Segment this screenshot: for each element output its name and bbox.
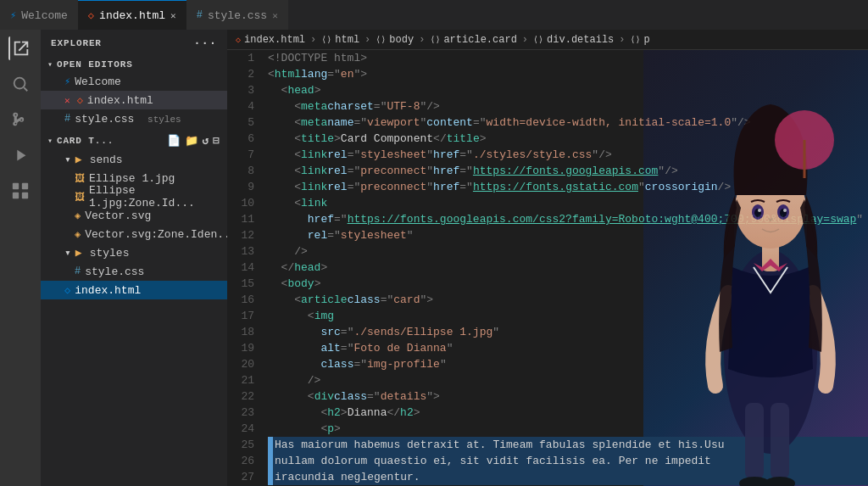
ln-16: 16 — [227, 292, 254, 308]
code-line-21: /> — [268, 372, 868, 388]
tab-style-label: style.css — [208, 9, 267, 22]
code-line-27: iracundia neglegentur. — [268, 469, 868, 485]
ln-1: 1 — [227, 50, 254, 66]
folder-styles[interactable]: ▾ ▶ styles — [41, 243, 227, 262]
ln-9: 9 — [227, 179, 254, 195]
activity-git[interactable] — [8, 108, 32, 131]
code-line-8: <link rel="preconnect" href="https://fon… — [268, 163, 868, 179]
svg-rect-2 — [13, 183, 19, 189]
img-icon-2: 🖼 — [75, 191, 85, 204]
open-editor-style[interactable]: # style.css styles — [41, 109, 227, 128]
style-tab-icon: # — [197, 9, 203, 21]
folder-styles-name: styles — [90, 247, 130, 260]
new-file-icon[interactable]: 📄 — [167, 134, 181, 148]
open-editors-header[interactable]: ▾ Open Editors — [41, 57, 227, 72]
index-close-icon[interactable]: ✕ — [64, 95, 70, 106]
project-label: CARD T... — [57, 136, 114, 146]
code-line-10: <link — [268, 195, 868, 211]
welcome-icon: ⚡ — [64, 75, 70, 88]
svg-icon-1: ◈ — [75, 209, 81, 222]
bc-html-icon: ◇ — [236, 35, 241, 45]
code-line-14: </head> — [268, 260, 868, 276]
ln-17: 17 — [227, 308, 254, 324]
code-line-17: <img — [268, 308, 868, 324]
code-line-23: <h2>Dianna</h2> — [268, 405, 868, 421]
code-line-11: href="https://fonts.googleapis.com/css2?… — [268, 211, 868, 227]
ln-27: 27 — [227, 469, 254, 485]
open-editor-welcome[interactable]: ⚡ Welcome — [41, 72, 227, 91]
folder-sends[interactable]: ▾ ▶ sends — [41, 150, 227, 169]
ln-26: 26 — [227, 453, 254, 469]
code-line-4: <meta charset="UTF-8" /> — [268, 98, 868, 115]
sidebar: Explorer ··· ▾ Open Editors ⚡ Welcome ✕ … — [41, 30, 227, 486]
folder-sends-name: sends — [90, 154, 123, 166]
tab-style-close[interactable]: ✕ — [272, 10, 278, 21]
file-vector-zone[interactable]: ◈ Vector.svg:Zone.Iden... — [41, 225, 227, 243]
bc-html: html — [335, 34, 359, 46]
tab-style[interactable]: # style.css ✕ — [186, 0, 288, 30]
bc-div: div.details — [547, 34, 614, 46]
file-vector-zone-name: Vector.svg:Zone.Iden... — [85, 228, 227, 241]
activity-search[interactable] — [8, 72, 32, 96]
code-line-26: nullam dolorum quaestio ei, sit vidit fa… — [268, 453, 868, 469]
code-line-2: <html lang="en"> — [268, 66, 868, 82]
ln-8: 8 — [227, 163, 254, 179]
code-content[interactable]: <!DOCTYPE html> <html lang="en"> <head> … — [261, 50, 868, 486]
svg-point-0 — [14, 78, 25, 89]
code-line-20: class="img-profile" — [268, 356, 868, 372]
bc-body: body — [389, 34, 414, 46]
sidebar-actions: ··· — [193, 36, 217, 50]
open-editor-index[interactable]: ✕ ◇ index.html — [41, 91, 227, 109]
code-line-16: <article class="card"> — [268, 292, 868, 308]
ln-11: 11 — [227, 211, 254, 227]
project-arrow: ▾ — [47, 136, 53, 146]
html-file-icon: ◇ — [64, 284, 70, 297]
activity-explorer[interactable] — [8, 36, 32, 60]
svg-rect-4 — [13, 193, 19, 198]
ln-6: 6 — [227, 131, 254, 147]
file-index-html[interactable]: ◇ index.html — [41, 281, 227, 299]
bc-sep4: › — [522, 34, 528, 46]
file-ellipse1-zone[interactable]: 🖼 Ellipse 1.jpg:Zone.Id... — [41, 187, 227, 206]
refresh-icon[interactable]: ↺ — [203, 134, 210, 148]
tab-index[interactable]: ◇ index.html ✕ — [78, 0, 186, 30]
code-line-25: Has maiorum habemus detraxit at. Timeam … — [268, 437, 868, 453]
code-line-1: <!DOCTYPE html> — [268, 50, 868, 66]
index-tab-icon: ◇ — [88, 9, 94, 22]
project-header[interactable]: ▾ CARD T... 📄 📁 ↺ ⊟ — [41, 131, 227, 150]
ln-15: 15 — [227, 276, 254, 292]
ln-4: 4 — [227, 98, 254, 115]
file-style-css[interactable]: # style.css — [41, 262, 227, 281]
code-line-19: alt="Foto de Dianna" — [268, 340, 868, 356]
folder-sends-icon: ▶ — [75, 153, 82, 166]
code-line-13: /> — [268, 243, 868, 260]
tab-welcome[interactable]: ⚡ Welcome — [0, 0, 78, 30]
ln-7: 7 — [227, 147, 254, 163]
more-icon[interactable]: ··· — [193, 36, 217, 50]
open-editor-index-name: index.html — [87, 94, 153, 107]
welcome-tab-icon: ⚡ — [10, 9, 16, 22]
bc-indexhtml: index.html — [244, 34, 305, 46]
code-line-5: <meta name="viewport" content="width=dev… — [268, 115, 868, 131]
svg-rect-3 — [22, 183, 28, 189]
file-ellipse1-name: Ellipse 1.jpg — [89, 172, 175, 185]
ln-21: 21 — [227, 372, 254, 388]
activity-debug[interactable] — [8, 143, 32, 167]
bc-article: article.card — [443, 34, 516, 46]
tab-index-close[interactable]: ✕ — [170, 10, 176, 21]
activity-bar — [0, 30, 41, 486]
file-style-css-name: style.css — [85, 265, 144, 278]
file-vector-svg-name: Vector.svg — [85, 209, 151, 222]
ln-20: 20 — [227, 356, 254, 372]
new-folder-icon[interactable]: 📁 — [185, 134, 199, 148]
activity-extensions[interactable] — [8, 179, 32, 203]
folder-styles-icon: ▶ — [75, 246, 82, 260]
tab-bar: ⚡ Welcome ◇ index.html ✕ # style.css ✕ — [0, 0, 868, 30]
collapse-icon[interactable]: ⊟ — [213, 134, 220, 148]
code-editor[interactable]: 1 2 3 4 5 6 7 8 9 10 11 12 13 14 15 16 1 — [227, 50, 868, 486]
sidebar-title: Explorer ··· — [41, 30, 227, 57]
bc-html-tag-icon: ⟨⟩ — [321, 35, 331, 45]
line-numbers: 1 2 3 4 5 6 7 8 9 10 11 12 13 14 15 16 1 — [227, 50, 261, 486]
svg-rect-5 — [22, 193, 28, 198]
style-css-icon: # — [64, 113, 70, 125]
